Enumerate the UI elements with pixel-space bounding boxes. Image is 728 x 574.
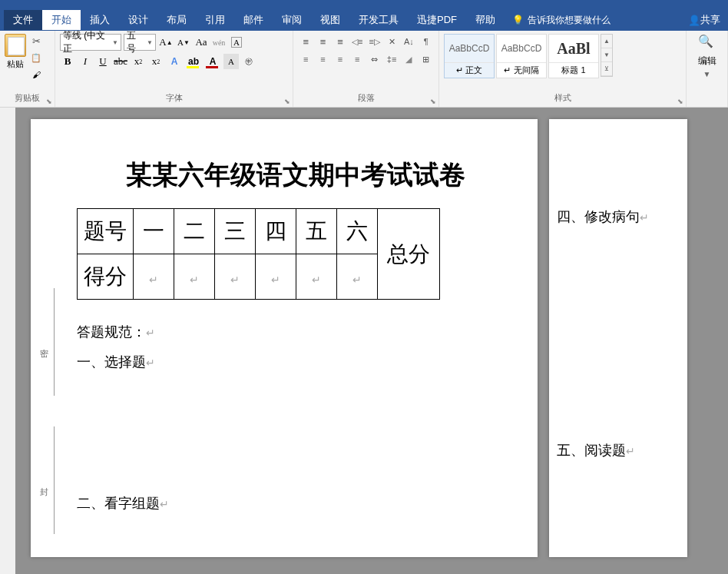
char-border-button[interactable]: A xyxy=(229,35,244,50)
cell[interactable]: ↵ xyxy=(174,254,215,300)
format-painter-button[interactable] xyxy=(29,68,43,81)
menu-design[interactable]: 设计 xyxy=(119,10,157,30)
cell[interactable]: 三 xyxy=(215,209,256,254)
align-right-button[interactable]: ≡ xyxy=(333,51,348,67)
numbering-button[interactable] xyxy=(315,34,330,49)
paste-button[interactable]: 粘贴 xyxy=(5,34,26,81)
bold-button[interactable]: B xyxy=(60,54,75,69)
menu-review[interactable]: 审阅 xyxy=(273,10,311,30)
style-heading1[interactable]: AaBl 标题 1 xyxy=(548,34,599,78)
cell-row-header[interactable]: 得分 xyxy=(78,254,134,300)
score-table[interactable]: 题号 一 二 三 四 五 六 总分 得分 ↵ ↵ ↵ ↵ xyxy=(77,208,440,300)
cell[interactable]: 一 xyxy=(134,209,174,254)
chevron-down-icon: ▼ xyxy=(144,39,153,46)
paragraph-dialog-launcher[interactable]: ⬊ xyxy=(430,98,436,105)
cell[interactable]: 二 xyxy=(174,209,215,254)
font-size-dropdown[interactable]: 五号 ▼ xyxy=(124,34,156,51)
menu-view[interactable]: 视图 xyxy=(311,10,349,30)
change-case-button[interactable]: Aa xyxy=(194,35,209,50)
cell[interactable]: ↵ xyxy=(134,254,174,300)
menu-references[interactable]: 引用 xyxy=(196,10,234,30)
font-family-value: 等线 (中文正 xyxy=(63,29,110,55)
highlight-button[interactable]: ab xyxy=(185,54,202,69)
tell-me-text: 告诉我你想要做什么 xyxy=(528,14,611,27)
strikethrough-button[interactable]: abc xyxy=(113,54,128,69)
menu-mailings[interactable]: 邮件 xyxy=(234,10,273,30)
italic-button[interactable]: I xyxy=(78,54,93,69)
font-dialog-launcher[interactable]: ⬊ xyxy=(284,98,290,105)
find-button[interactable]: 🔍 xyxy=(698,34,716,52)
cell[interactable]: ↵ xyxy=(296,254,337,300)
cell[interactable]: ↵ xyxy=(215,254,256,300)
text-section1[interactable]: 一、选择题↵ xyxy=(77,353,515,371)
superscript-button[interactable]: x2 xyxy=(148,54,164,69)
text-section4[interactable]: 四、修改病句↵ xyxy=(557,207,680,226)
align-left-button[interactable]: ≡ xyxy=(298,51,313,67)
font-size-value: 五号 xyxy=(127,29,144,55)
sort-button[interactable]: A↓ xyxy=(401,34,416,49)
increase-indent-button[interactable]: ≡▷ xyxy=(367,34,382,49)
style-scrollbar: ▲ ▼ ⊻ xyxy=(601,34,613,77)
share-button[interactable]: 👤 共享 xyxy=(688,13,720,27)
font-family-dropdown[interactable]: 等线 (中文正 ▼ xyxy=(60,34,121,51)
editing-dropdown-icon[interactable]: ▼ xyxy=(703,70,711,78)
style-normal[interactable]: AaBbCcD ↵ 正文 xyxy=(444,34,495,78)
grow-font-button[interactable]: A▲ xyxy=(158,35,174,50)
styles-dialog-launcher[interactable]: ⬊ xyxy=(677,98,683,105)
menu-developer[interactable]: 开发工具 xyxy=(349,10,408,30)
style-preview: AaBl xyxy=(554,35,593,62)
share-label: 共享 xyxy=(700,13,720,27)
borders-button[interactable]: ⊞ xyxy=(419,51,434,67)
style-nospacing[interactable]: AaBbCcD ↵ 无间隔 xyxy=(496,34,547,78)
font-color-button[interactable]: A xyxy=(204,54,221,69)
copy-button[interactable] xyxy=(29,51,43,65)
document-scroll[interactable]: 密 封 某某六年级语文期中考试试卷 题号 一 二 三 四 五 六 总分 xyxy=(15,108,728,574)
text-section5[interactable]: 五、阅读题↵ xyxy=(557,441,680,460)
show-marks-button[interactable]: ¶ xyxy=(419,34,434,49)
menu-layout[interactable]: 布局 xyxy=(157,10,196,30)
page-1[interactable]: 密 封 某某六年级语文期中考试试卷 题号 一 二 三 四 五 六 总分 xyxy=(31,119,538,557)
char-shading-button[interactable]: A xyxy=(223,54,239,69)
style-expand[interactable]: ⊻ xyxy=(601,62,612,76)
underline-button[interactable]: U xyxy=(95,54,111,69)
cell[interactable]: 四 xyxy=(256,209,296,254)
font-group: 等线 (中文正 ▼ 五号 ▼ A▲ A▼ Aa wén A B I U abc … xyxy=(55,31,293,107)
menu-home[interactable]: 开始 xyxy=(42,10,81,30)
menubar: 文件 开始 插入 设计 布局 引用 邮件 审阅 视图 开发工具 迅捷PDF 帮助… xyxy=(0,9,728,31)
menu-file[interactable]: 文件 xyxy=(4,10,42,30)
clipboard-dialog-launcher[interactable]: ⬊ xyxy=(46,98,52,105)
subscript-button[interactable]: x2 xyxy=(131,54,146,69)
cell[interactable]: ↵ xyxy=(256,254,296,300)
style-scroll-up[interactable]: ▲ xyxy=(601,35,612,48)
cell[interactable]: 五 xyxy=(296,209,337,254)
cell[interactable]: 六 xyxy=(337,209,378,254)
text-effects-button[interactable]: A xyxy=(166,54,183,69)
enclose-char-button[interactable]: ㊥ xyxy=(241,54,256,69)
shrink-font-button[interactable]: A▼ xyxy=(176,35,191,50)
text-answer-spec[interactable]: 答题规范：↵ xyxy=(77,323,515,341)
document-title[interactable]: 某某六年级语文期中考试试卷 xyxy=(77,158,515,193)
menu-xunjiepdf[interactable]: 迅捷PDF xyxy=(408,10,466,30)
text-section2[interactable]: 二、看字组题↵ xyxy=(77,494,515,513)
menu-help[interactable]: 帮助 xyxy=(466,10,505,30)
shading-button[interactable]: ◢ xyxy=(401,51,416,67)
cell-total[interactable]: 总分 xyxy=(378,209,440,300)
page-2[interactable]: 四、修改病句↵ 五、阅读题↵ xyxy=(549,119,687,557)
line-spacing-button[interactable]: ‡≡ xyxy=(384,51,399,67)
vertical-ruler[interactable] xyxy=(0,108,15,574)
cell[interactable]: ↵ xyxy=(337,254,378,300)
cell-row-header[interactable]: 题号 xyxy=(78,209,134,254)
bullets-button[interactable] xyxy=(298,34,313,49)
phonetic-guide-button[interactable]: wén xyxy=(211,35,227,50)
decrease-indent-button[interactable]: ◁≡ xyxy=(349,34,365,49)
style-scroll-down[interactable]: ▼ xyxy=(601,48,612,62)
distribute-button[interactable]: ⇔ xyxy=(367,51,382,67)
asian-layout-button[interactable]: ✕ xyxy=(384,34,399,49)
justify-button[interactable]: ≡ xyxy=(349,51,365,67)
tell-me[interactable]: 💡 告诉我你想要做什么 xyxy=(512,14,611,27)
paste-label: 粘贴 xyxy=(7,58,24,70)
align-center-button[interactable]: ≡ xyxy=(315,51,330,67)
cut-button[interactable] xyxy=(29,34,43,48)
menu-insert[interactable]: 插入 xyxy=(81,10,119,30)
multilevel-button[interactable] xyxy=(333,34,348,49)
